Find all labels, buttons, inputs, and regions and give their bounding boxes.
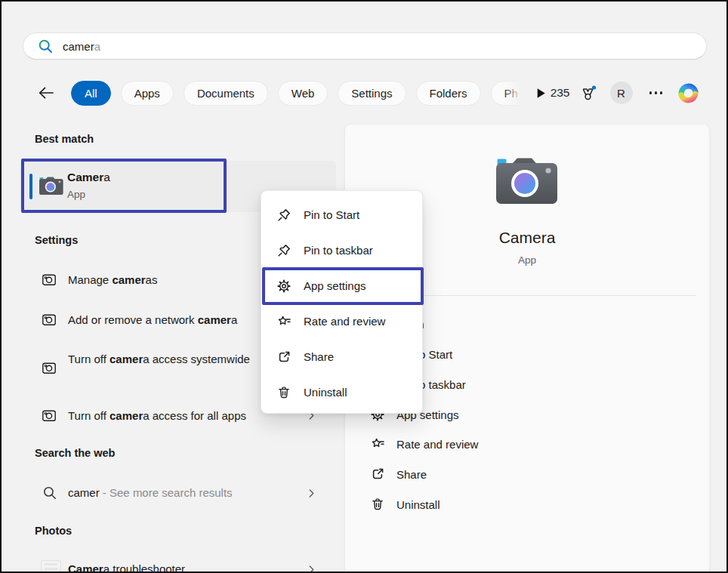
menu-item-app-settings[interactable]: App settings	[261, 268, 422, 303]
troubleshooter-icon	[41, 560, 61, 573]
account-avatar[interactable]: R	[610, 82, 633, 104]
search-window: camera All Apps Documents Web Settings F…	[0, 0, 728, 573]
menu-item-pin-to-taskbar[interactable]: Pin to taskbar	[261, 233, 422, 268]
best-match-title: Camera	[67, 171, 110, 184]
gear-icon	[276, 279, 292, 294]
more-filters-button[interactable]	[532, 84, 550, 102]
search-input[interactable]: camera	[23, 32, 707, 60]
camera-outline-icon	[41, 311, 57, 328]
selection-accent-bar	[29, 174, 32, 199]
copilot-icon[interactable]	[676, 81, 701, 106]
filter-tab-settings[interactable]: Settings	[338, 81, 406, 106]
menu-item-uninstall[interactable]: Uninstall	[261, 374, 422, 410]
trash-icon	[276, 385, 292, 400]
panel-action-share[interactable]: Share	[345, 459, 709, 489]
menu-item-share[interactable]: Share	[261, 339, 422, 374]
best-match-subtitle: App	[67, 189, 85, 200]
share-icon	[370, 467, 385, 482]
context-menu: Pin to Start Pin to taskbar App settings	[261, 190, 423, 414]
rate-review-icon	[370, 436, 385, 451]
pin-icon	[276, 208, 292, 223]
rewards-button[interactable]	[578, 83, 598, 103]
result-web-search[interactable]: camer - See more search results	[68, 486, 233, 499]
search-suggestion-text: a	[94, 40, 100, 53]
search-icon	[38, 39, 54, 54]
play-icon	[533, 86, 548, 100]
filter-tab-documents[interactable]: Documents	[184, 81, 268, 106]
chevron-right-icon	[306, 488, 317, 499]
section-header-photos: Photos	[35, 525, 72, 537]
result-camera-access-systemwide[interactable]: Turn off camera access systemwide	[68, 351, 257, 368]
rewards-points: 235	[551, 86, 570, 100]
search-query-text: camer	[63, 40, 94, 53]
camera-app-icon-small	[39, 176, 63, 196]
menu-item-rate-review[interactable]: Rate and review	[261, 303, 422, 339]
rewards-trophy-icon	[579, 85, 597, 102]
filter-toolbar: All Apps Documents Web Settings Folders …	[2, 79, 726, 107]
chevron-right-icon	[306, 564, 317, 573]
filter-tab-apps[interactable]: Apps	[121, 81, 174, 106]
menu-item-pin-to-start[interactable]: Pin to Start	[261, 197, 422, 233]
filter-tab-folders[interactable]: Folders	[416, 81, 481, 106]
more-options-icon[interactable]	[646, 88, 666, 97]
back-button[interactable]	[36, 83, 56, 103]
camera-outline-icon	[41, 407, 57, 424]
pin-icon	[276, 243, 292, 258]
section-header-web: Search the web	[35, 447, 115, 459]
share-icon	[276, 350, 292, 365]
result-add-network-camera[interactable]: Add or remove a network camera	[68, 313, 237, 326]
camera-app-icon-large	[496, 156, 558, 205]
rate-review-icon	[276, 314, 292, 329]
section-header-best-match: Best match	[35, 133, 94, 145]
back-arrow-icon	[37, 84, 55, 102]
result-camera-troubleshooter[interactable]: Camera troubleshooter	[68, 562, 185, 573]
panel-action-rate-review[interactable]: Rate and review	[345, 429, 709, 459]
filter-tab-all[interactable]: All	[71, 81, 111, 106]
trash-icon	[370, 497, 385, 512]
result-camera-access-all-apps[interactable]: Turn off camera access for all apps	[68, 409, 246, 422]
search-result-icon	[42, 485, 57, 501]
panel-action-uninstall[interactable]: Uninstall	[345, 489, 709, 519]
camera-outline-icon	[41, 359, 57, 376]
filter-tab-photos-clipped[interactable]: Ph	[491, 81, 524, 106]
result-manage-cameras[interactable]: Manage cameras	[68, 273, 157, 286]
filter-tab-web[interactable]: Web	[278, 81, 329, 106]
camera-outline-icon	[41, 271, 57, 288]
section-header-settings: Settings	[35, 234, 78, 246]
